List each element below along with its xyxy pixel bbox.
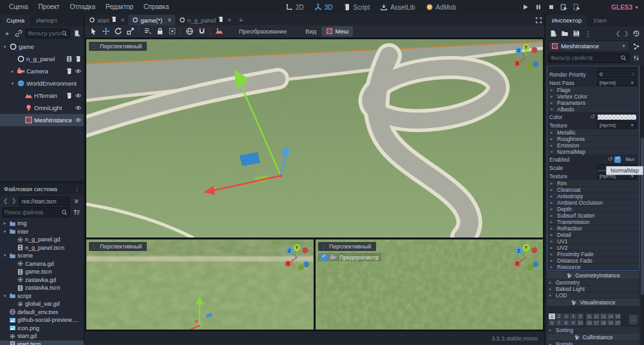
expand-arrow[interactable]: ▾ — [2, 44, 8, 50]
property-group[interactable]: ▸Refraction — [548, 225, 638, 231]
value-box[interactable]: Вкл↕▼ — [623, 156, 637, 163]
property-group[interactable]: ▸Proximity Fade — [548, 251, 638, 257]
inspector-tools-button[interactable] — [631, 53, 641, 63]
checkbox-checked-icon[interactable] — [614, 156, 621, 163]
eye-icon[interactable] — [75, 68, 82, 75]
file-tree-item[interactable]: zastavka.tscn — [0, 284, 84, 292]
node-filter-input[interactable] — [28, 30, 61, 37]
new-scene-tab-button[interactable]: + — [235, 15, 247, 25]
file-tree-item[interactable]: ▾ scene — [0, 252, 84, 260]
scrollbar-thumb[interactable] — [641, 138, 644, 295]
expand-arrow[interactable]: ▸ — [10, 69, 15, 74]
property-group[interactable]: ▸Rim — [548, 180, 638, 186]
forward-button[interactable]: ❯ — [10, 198, 17, 204]
property-group[interactable]: ▸Portals — [547, 341, 639, 345]
file-tree-item[interactable]: github-social-preview.png — [0, 316, 84, 324]
inspector-section[interactable]: VisualInstance — [547, 299, 639, 306]
layer-14[interactable]: 14 — [607, 313, 614, 319]
viewport-menu-button[interactable]: ⋮ Перспективный — [318, 242, 376, 251]
menu-item[interactable]: Сцена — [4, 0, 33, 14]
resource-menu-button[interactable]: ⋮ — [583, 28, 593, 39]
property-group[interactable]: ▸Emission — [548, 142, 638, 148]
inspector-section[interactable]: CullInstance — [547, 333, 639, 340]
property-group[interactable]: ▸Flags — [548, 87, 638, 93]
layer-11[interactable]: 11 — [586, 313, 592, 319]
value-box[interactable]: 0↕▼ — [597, 71, 637, 78]
property-group[interactable]: ▸Vertex Color — [548, 93, 638, 99]
panel-tab[interactable]: Импорт — [30, 15, 63, 26]
file-tree-item[interactable]: start.gd — [0, 332, 84, 340]
transform-menu[interactable]: Преобразование — [225, 26, 291, 37]
layer-10[interactable]: 10 — [577, 320, 583, 326]
expand-arrow[interactable]: ▸ — [2, 221, 8, 226]
property-group[interactable]: ▸Depth — [548, 206, 638, 212]
renderer-select[interactable]: GLES3▼ — [611, 0, 639, 14]
split-mode-button[interactable]: ≡ — [71, 196, 82, 206]
file-search-input[interactable] — [5, 209, 61, 216]
property-group[interactable]: ▸Subsurf Scatter — [548, 212, 638, 218]
inspector-section[interactable]: GeometryInstance — [547, 272, 639, 279]
layer-18[interactable]: 18 — [600, 320, 607, 326]
eye-icon[interactable] — [75, 117, 82, 124]
run-button[interactable] — [545, 2, 556, 13]
menu-item[interactable]: Справка — [138, 0, 174, 14]
scene-tree-item[interactable]: ▸ Camera — [0, 65, 84, 77]
scene-tree-item[interactable]: MeshInstance — [0, 114, 84, 126]
layer-20[interactable]: 20 — [614, 320, 621, 326]
spin-arrows-icon[interactable]: ↕ — [632, 71, 634, 77]
property-group[interactable]: ▾NormalMap — [548, 149, 638, 154]
view-menu[interactable]: Вид — [292, 26, 321, 37]
layer-15[interactable]: 15 — [614, 313, 621, 319]
bottom-right-viewport[interactable]: ⋮ Перспективный Предпросмотр YZX — [316, 239, 543, 330]
file-tree-item[interactable]: ▸ img — [0, 219, 84, 228]
layer-3[interactable]: 3 — [563, 313, 569, 319]
layer-17[interactable]: 17 — [593, 320, 600, 326]
workspace-tab[interactable]: 3D — [310, 0, 337, 14]
scale-tool[interactable] — [124, 26, 136, 37]
view-axis-gizmo[interactable]: YZX — [512, 242, 540, 270]
scene-tab[interactable]: n_g_panel × — [175, 15, 235, 25]
layer-9[interactable]: 9 — [570, 320, 576, 326]
file-tree-item[interactable]: zastavka.gd — [0, 276, 84, 284]
menu-item[interactable]: Отладка — [64, 0, 100, 14]
close-icon[interactable]: × — [120, 17, 124, 24]
scene-tab[interactable]: game(*) × — [128, 15, 175, 25]
viewport-menu-button[interactable]: ⋮ Перспективный — [89, 242, 147, 251]
property-group[interactable]: ▸Metallic — [548, 129, 638, 135]
layer-2[interactable]: 2 — [556, 313, 562, 319]
new-resource-button[interactable] — [548, 28, 558, 39]
property-group[interactable]: ▸Clearcoat — [548, 187, 638, 192]
value-box[interactable]: [пусто]↕▼ — [597, 122, 637, 129]
file-tree-item[interactable]: icon.png — [0, 324, 84, 333]
main-viewport[interactable]: ⋮ Перспективный YZX — [86, 39, 543, 238]
run-button[interactable] — [558, 2, 569, 13]
view-axis-gizmo[interactable]: YZX — [512, 42, 540, 70]
property-group[interactable]: ▾Albedo — [548, 106, 638, 112]
run-button[interactable] — [571, 2, 582, 13]
history-button[interactable] — [631, 28, 641, 39]
file-tree-item[interactable]: default_env.tres — [0, 308, 84, 317]
list-select-tool[interactable] — [142, 26, 153, 37]
scene-tree-item[interactable]: n_g_panel — [0, 53, 84, 65]
property-group[interactable]: ▸Transmission — [548, 219, 638, 225]
run-button[interactable] — [533, 2, 544, 13]
checkbox-checked-icon[interactable] — [321, 254, 327, 261]
close-icon[interactable]: × — [227, 17, 231, 24]
rotate-tool[interactable] — [112, 26, 124, 37]
color-swatch[interactable] — [597, 114, 637, 120]
viewport-menu-button[interactable]: ⋮ Перспективный — [89, 42, 147, 51]
run-button[interactable] — [520, 2, 531, 13]
scene-tab[interactable]: start × — [85, 15, 128, 25]
panel-tab[interactable]: Сцена — [1, 15, 30, 26]
instance-scene-button[interactable] — [14, 28, 24, 39]
file-tree-item[interactable]: game.tscn — [0, 268, 84, 276]
value-box[interactable]: [пусто]↕▼ — [597, 79, 637, 86]
property-group[interactable]: ▸Distance Fade — [548, 257, 638, 263]
layer-8[interactable]: 8 — [563, 320, 569, 326]
file-tree-item[interactable]: ▾ script — [0, 292, 84, 301]
distraction-free-button[interactable] — [533, 15, 544, 25]
property-group[interactable]: ▸Ambient Occlusion — [548, 200, 638, 205]
expand-arrow[interactable]: ▾ — [2, 253, 8, 258]
back-button[interactable]: ❮ — [2, 198, 9, 204]
close-icon[interactable]: × — [167, 17, 171, 24]
